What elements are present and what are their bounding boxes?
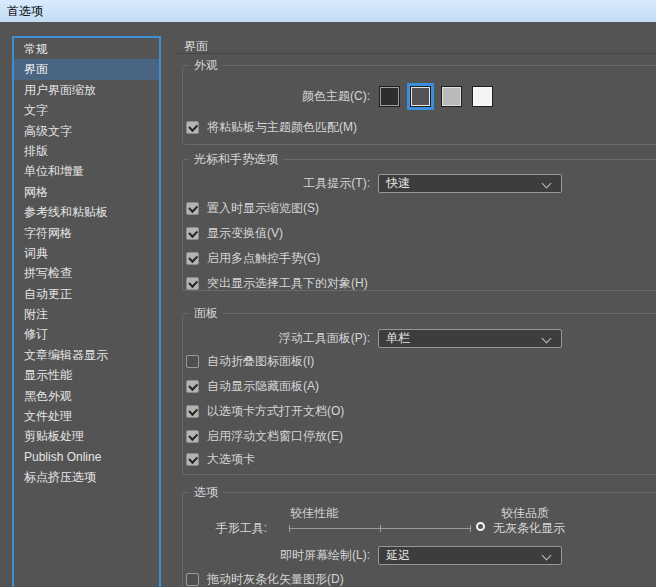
floating-tools-value: 单栏	[386, 330, 410, 347]
sidebar-item-display-performance[interactable]: 显示性能	[14, 365, 159, 385]
sidebar-item-clipboard-handling[interactable]: 剪贴板处理	[14, 426, 159, 446]
hand-tool-label: 手形工具:	[183, 520, 267, 537]
multitouch-gestures-label: 启用多点触控手势(G)	[207, 250, 320, 267]
floating-tools-label: 浮动工具面板(P):	[183, 330, 370, 347]
options-legend: 选项	[189, 485, 223, 500]
tooltips-value: 快速	[386, 175, 410, 192]
live-screen-drawing-label: 即时屏幕绘制(L):	[183, 547, 370, 564]
match-pasteboard-label: 将粘贴板与主题颜色匹配(M)	[207, 119, 357, 136]
color-theme-swatch-dark[interactable]	[410, 86, 431, 107]
floating-tools-panel-dropdown[interactable]: 单栏	[378, 329, 562, 348]
highlight-object-checkbox[interactable]	[186, 277, 199, 290]
floating-window-docking-label: 启用浮动文档窗口停放(E)	[207, 428, 343, 445]
greek-vector-graphics-checkbox[interactable]	[186, 573, 199, 586]
sidebar-item-general[interactable]: 常规	[14, 39, 159, 59]
sidebar-item-appearance-of-black[interactable]: 黑色外观	[14, 386, 159, 406]
color-theme-swatch-light[interactable]	[441, 86, 462, 107]
preferences-dialog: 首选项 常规 界面 用户界面缩放 文字 高级文字 排版 单位和增量 网格 参考线…	[0, 0, 656, 587]
appearance-group: 外观 颜色主题(C): 将粘贴板与主题颜色匹配(M)	[182, 65, 656, 145]
sidebar-item-ui-scaling[interactable]: 用户界面缩放	[14, 80, 159, 100]
hand-tool-slider-row: 手形工具: 无灰条化显示	[183, 521, 656, 536]
sidebar-item-character-grid[interactable]: 字符网格	[14, 223, 159, 243]
sidebar-item-autocorrect[interactable]: 自动更正	[14, 284, 159, 304]
appearance-legend: 外观	[189, 58, 223, 73]
chevron-down-icon	[542, 551, 552, 561]
sidebar-item-spelling[interactable]: 拼写检查	[14, 263, 159, 283]
floating-tools-row: 浮动工具面板(P): 单栏	[183, 329, 656, 348]
auto-collapse-panels-row[interactable]: 自动折叠图标面板(I)	[186, 354, 656, 368]
sidebar-item-mojikumi-options[interactable]: 标点挤压选项	[14, 467, 159, 487]
large-tabs-checkbox[interactable]	[186, 453, 199, 466]
chevron-down-icon	[542, 334, 552, 344]
chevron-down-icon	[542, 179, 552, 189]
auto-show-hidden-panels-row[interactable]: 自动显示隐藏面板(A)	[186, 379, 656, 393]
show-transform-values-label: 显示变换值(V)	[207, 225, 283, 242]
color-theme-swatch-darkest[interactable]	[379, 86, 400, 107]
show-thumbnails-row[interactable]: 置入时显示缩览图(S)	[186, 201, 656, 215]
tooltips-dropdown[interactable]: 快速	[378, 174, 562, 193]
open-docs-as-tabs-row[interactable]: 以选项卡方式打开文档(O)	[186, 404, 656, 418]
floating-window-docking-checkbox[interactable]	[186, 430, 199, 443]
color-theme-row: 颜色主题(C):	[183, 84, 656, 108]
tooltips-label: 工具提示(T):	[183, 175, 370, 192]
sidebar-item-dictionary[interactable]: 词典	[14, 243, 159, 263]
tooltips-row: 工具提示(T): 快速	[183, 174, 656, 193]
better-performance-label: 较佳性能	[290, 505, 338, 522]
greek-vector-graphics-label: 拖动时灰条化矢量图形(D)	[207, 571, 344, 587]
highlight-object-label: 突出显示选择工具下的对象(H)	[207, 275, 368, 292]
no-greeking-label: 无灰条化显示	[493, 520, 565, 537]
window-title: 首选项	[7, 3, 43, 20]
slider-tick-middle	[380, 525, 381, 532]
live-screen-drawing-dropdown[interactable]: 延迟	[378, 546, 562, 565]
sidebar-item-story-editor-display[interactable]: 文章编辑器显示	[14, 345, 159, 365]
title-separator	[175, 53, 656, 54]
live-screen-drawing-value: 延迟	[386, 547, 410, 564]
sidebar-item-advanced-type[interactable]: 高级文字	[14, 121, 159, 141]
panels-legend: 面板	[189, 306, 223, 321]
live-screen-drawing-row: 即时屏幕绘制(L): 延迟	[183, 546, 656, 565]
slider-tick-end	[470, 525, 471, 532]
sidebar-item-type[interactable]: 文字	[14, 100, 159, 120]
cursor-gesture-legend: 光标和手势选项	[189, 152, 283, 167]
large-tabs-row[interactable]: 大选项卡	[186, 452, 656, 466]
color-theme-swatch-lightest[interactable]	[472, 86, 493, 107]
window-titlebar: 首选项	[0, 0, 656, 22]
color-theme-swatches	[379, 86, 493, 107]
multitouch-gestures-row[interactable]: 启用多点触控手势(G)	[186, 251, 656, 265]
show-thumbnails-checkbox[interactable]	[186, 202, 199, 215]
sidebar-item-guides-pasteboard[interactable]: 参考线和粘贴板	[14, 202, 159, 222]
show-transform-values-row[interactable]: 显示变换值(V)	[186, 226, 656, 240]
greek-vector-graphics-row[interactable]: 拖动时灰条化矢量图形(D)	[186, 572, 656, 586]
highlight-object-row[interactable]: 突出显示选择工具下的对象(H)	[186, 276, 656, 290]
cursor-gesture-group: 光标和手势选项 工具提示(T): 快速 置入时显示缩览图(S) 显示变换值(V)…	[182, 159, 656, 291]
match-pasteboard-checkbox[interactable]	[186, 121, 199, 134]
auto-collapse-panels-checkbox[interactable]	[186, 355, 199, 368]
multitouch-gestures-checkbox[interactable]	[186, 252, 199, 265]
slider-handle[interactable]	[476, 522, 485, 531]
sidebar-item-units-increments[interactable]: 单位和增量	[14, 161, 159, 181]
panels-group: 面板 浮动工具面板(P): 单栏 自动折叠图标面板(I) 自动显示隐藏面板(A)…	[182, 313, 656, 475]
slider-tick-start	[289, 525, 290, 532]
sidebar-item-track-changes[interactable]: 修订	[14, 324, 159, 344]
show-thumbnails-label: 置入时显示缩览图(S)	[207, 200, 319, 217]
show-transform-values-checkbox[interactable]	[186, 227, 199, 240]
sidebar-item-composition[interactable]: 排版	[14, 141, 159, 161]
auto-show-hidden-panels-label: 自动显示隐藏面板(A)	[207, 378, 319, 395]
auto-show-hidden-panels-checkbox[interactable]	[186, 380, 199, 393]
sidebar-item-file-handling[interactable]: 文件处理	[14, 406, 159, 426]
sidebar-item-publish-online[interactable]: Publish Online	[14, 447, 159, 467]
options-group: 选项 较佳性能 较佳品质 手形工具: 无灰条化显示 即时屏幕绘制(L): 延迟 …	[182, 492, 656, 587]
sidebar-item-notes[interactable]: 附注	[14, 304, 159, 324]
auto-collapse-panels-label: 自动折叠图标面板(I)	[207, 353, 314, 370]
sidebar-item-grids[interactable]: 网格	[14, 182, 159, 202]
match-pasteboard-row[interactable]: 将粘贴板与主题颜色匹配(M)	[186, 120, 656, 134]
open-docs-as-tabs-label: 以选项卡方式打开文档(O)	[207, 403, 344, 420]
sidebar-item-interface[interactable]: 界面	[14, 59, 159, 79]
hand-tool-slider[interactable]	[289, 522, 471, 535]
large-tabs-label: 大选项卡	[207, 451, 255, 468]
preferences-category-list: 常规 界面 用户界面缩放 文字 高级文字 排版 单位和增量 网格 参考线和粘贴板…	[12, 36, 161, 587]
open-docs-as-tabs-checkbox[interactable]	[186, 405, 199, 418]
color-theme-label: 颜色主题(C):	[183, 88, 370, 105]
floating-window-docking-row[interactable]: 启用浮动文档窗口停放(E)	[186, 429, 656, 443]
